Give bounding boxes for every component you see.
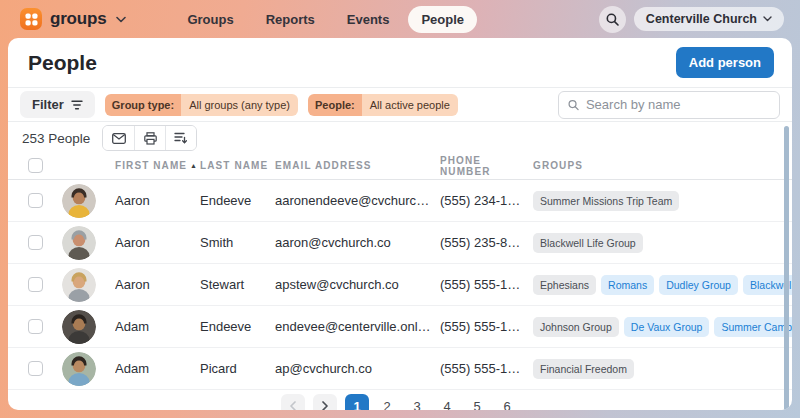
- table-row[interactable]: AaronStewartapstew@cvchurch.co(555) 555-…: [8, 264, 792, 306]
- cell-last-name: Stewart: [200, 277, 275, 292]
- sort-asc-icon: ▲: [190, 162, 198, 169]
- avatar: [62, 184, 96, 218]
- filter-chip-value: All groups (any type): [181, 94, 298, 116]
- column-header-last-name[interactable]: Last name: [200, 160, 275, 171]
- avatar: [62, 310, 96, 344]
- filter-bar: Filter Group type:All groups (any type)P…: [8, 88, 792, 122]
- chevron-right-icon: [321, 401, 329, 410]
- group-chip[interactable]: Romans: [601, 275, 654, 295]
- filter-chip[interactable]: Group type:All groups (any type): [105, 94, 298, 116]
- app-logo[interactable]: groups: [20, 8, 126, 30]
- search-icon: [568, 99, 579, 111]
- active-filter-chips: Group type:All groups (any type)People:A…: [105, 94, 458, 116]
- table-row[interactable]: AdamPicardap@cvchurch.co(555) 555-1330Fi…: [8, 348, 792, 390]
- chevron-left-icon: [289, 401, 297, 410]
- filter-button-label: Filter: [32, 97, 64, 112]
- cell-first-name: Aaron: [115, 235, 200, 250]
- export-list-button[interactable]: [165, 126, 196, 150]
- page-button-5[interactable]: 5: [465, 394, 489, 410]
- nav-item-people[interactable]: People: [408, 6, 477, 33]
- email-button[interactable]: [103, 126, 134, 150]
- table-row[interactable]: AaronEndeeveaaronendeeve@cvchurch.co(555…: [8, 180, 792, 222]
- previous-page-button[interactable]: [281, 394, 305, 410]
- page-button-3[interactable]: 3: [405, 394, 429, 410]
- cell-phone: (555) 235-8755: [440, 235, 533, 250]
- cell-last-name: Endeeve: [200, 193, 275, 208]
- nav-item-reports[interactable]: Reports: [253, 6, 328, 33]
- cell-phone: (555) 555-1212: [440, 277, 533, 292]
- group-chip[interactable]: Blackwell Life Group: [533, 233, 643, 253]
- column-header-phone[interactable]: Phone number: [440, 155, 533, 177]
- print-button[interactable]: [134, 126, 165, 150]
- group-chip[interactable]: Ephesians: [533, 275, 596, 295]
- group-chip[interactable]: Dudley Group: [659, 275, 738, 295]
- chevron-down-icon: [763, 16, 772, 22]
- column-header-groups[interactable]: Groups: [533, 160, 792, 171]
- global-search-button[interactable]: [599, 6, 626, 33]
- filter-chip-label: People:: [308, 94, 362, 116]
- column-header-first-name[interactable]: First name▲: [115, 160, 200, 171]
- page-button-1[interactable]: 1: [345, 394, 369, 410]
- row-checkbox[interactable]: [28, 361, 43, 376]
- row-checkbox[interactable]: [28, 235, 43, 250]
- page-button-6[interactable]: 6: [495, 394, 519, 410]
- filter-button[interactable]: Filter: [20, 91, 95, 118]
- name-search[interactable]: [558, 91, 780, 119]
- group-chip[interactable]: Summer Missions Trip Team: [533, 191, 679, 211]
- nav-item-groups[interactable]: Groups: [174, 6, 246, 33]
- group-chip[interactable]: De Vaux Group: [624, 317, 710, 337]
- nav-item-events[interactable]: Events: [334, 6, 403, 33]
- row-checkbox[interactable]: [28, 277, 43, 292]
- org-name: Centerville Church: [646, 12, 757, 26]
- filter-lines-icon: [71, 100, 83, 110]
- table-body: AaronEndeeveaaronendeeve@cvchurch.co(555…: [8, 180, 792, 390]
- people-count: 253 People: [22, 131, 90, 146]
- cell-first-name: Adam: [115, 319, 200, 334]
- filter-chip[interactable]: People:All active people: [308, 94, 458, 116]
- search-by-name-input[interactable]: [586, 97, 770, 112]
- page-button-2[interactable]: 2: [375, 394, 399, 410]
- cell-email: endevee@centerville.online: [275, 319, 440, 334]
- cell-first-name: Adam: [115, 361, 200, 376]
- cell-first-name: Aaron: [115, 277, 200, 292]
- cell-groups: Financial Freedom: [533, 359, 792, 379]
- row-checkbox[interactable]: [28, 193, 43, 208]
- row-checkbox[interactable]: [28, 319, 43, 334]
- scrollbar-thumb[interactable]: [784, 126, 789, 410]
- cell-last-name: Smith: [200, 235, 275, 250]
- search-icon: [606, 13, 619, 26]
- avatar: [62, 352, 96, 386]
- panel-header: People Add person: [8, 38, 792, 88]
- column-header-email[interactable]: Email address: [275, 160, 440, 171]
- cell-phone: (555) 234-1293: [440, 193, 533, 208]
- main-nav: GroupsReportsEventsPeople: [174, 6, 477, 33]
- select-all-checkbox[interactable]: [28, 158, 43, 173]
- page-title: People: [28, 51, 97, 75]
- cell-groups: EphesiansRomansDudley GroupBlackwell Lif…: [533, 275, 792, 295]
- cell-email: ap@cvchurch.co: [275, 361, 440, 376]
- cell-phone: (555) 555-1212: [440, 319, 533, 334]
- cell-last-name: Endeeve: [200, 319, 275, 334]
- org-switcher[interactable]: Centerville Church: [634, 7, 784, 31]
- groups-logo-icon: [20, 8, 42, 30]
- avatar: [62, 268, 96, 302]
- page-button-4[interactable]: 4: [435, 394, 459, 410]
- cell-groups: Summer Missions Trip Team: [533, 191, 792, 211]
- group-chip[interactable]: Johnson Group: [533, 317, 619, 337]
- export-list-icon: [174, 132, 188, 144]
- add-person-button[interactable]: Add person: [676, 47, 774, 78]
- table-row[interactable]: AaronSmithaaron@cvchurch.co(555) 235-875…: [8, 222, 792, 264]
- group-chip[interactable]: Financial Freedom: [533, 359, 634, 379]
- group-chip[interactable]: Summer Camp Parents: [714, 317, 792, 337]
- print-icon: [144, 132, 157, 145]
- table-row[interactable]: AdamEndeeveendevee@centerville.online(55…: [8, 306, 792, 348]
- bulk-action-buttons: [102, 125, 197, 151]
- avatar: [62, 226, 96, 260]
- filter-chip-value: All active people: [362, 94, 458, 116]
- email-icon: [112, 133, 126, 144]
- cell-first-name: Aaron: [115, 193, 200, 208]
- cell-email: apstew@cvchurch.co: [275, 277, 440, 292]
- cell-last-name: Picard: [200, 361, 275, 376]
- chevron-down-icon: [116, 16, 126, 23]
- next-page-button[interactable]: [313, 394, 337, 410]
